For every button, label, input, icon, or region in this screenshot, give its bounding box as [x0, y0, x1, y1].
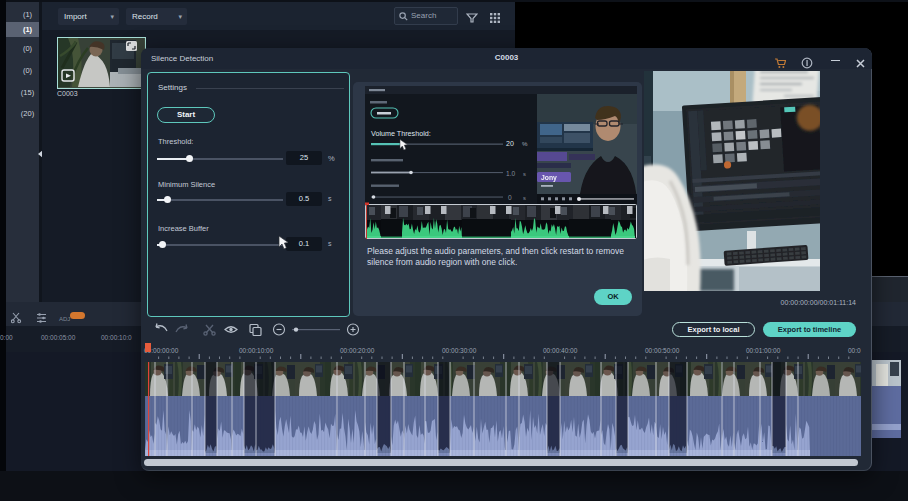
svg-text:Volume Threshold:: Volume Threshold: — [371, 129, 431, 138]
svg-text:s: s — [523, 195, 526, 201]
svg-text:ADJ: ADJ — [59, 316, 70, 322]
svg-text:1.0: 1.0 — [506, 170, 515, 177]
svg-text:s: s — [523, 171, 526, 177]
svg-text:%: % — [522, 140, 528, 147]
svg-text:Jony: Jony — [541, 174, 557, 182]
svg-text:20: 20 — [506, 140, 514, 147]
svg-text:0: 0 — [508, 194, 512, 201]
